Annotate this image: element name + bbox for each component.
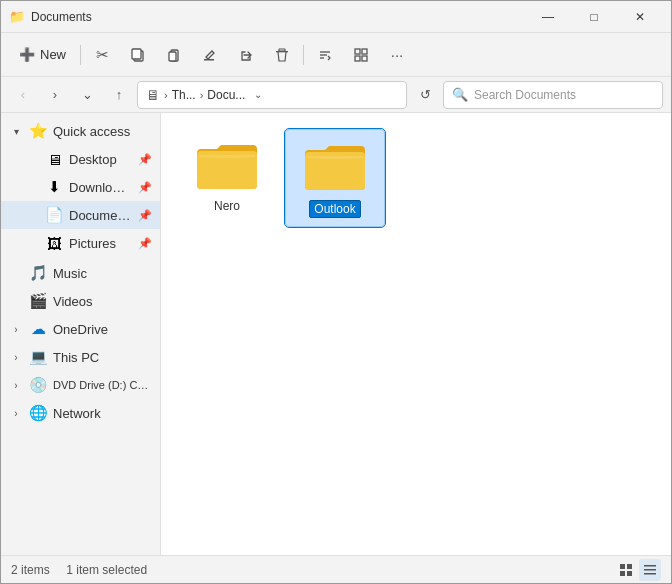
sidebar-item-downloads[interactable]: ⬇ Downloads 📌 <box>1 173 160 201</box>
videos-icon: 🎬 <box>29 292 47 310</box>
new-label: New <box>40 47 66 62</box>
search-placeholder: Search Documents <box>474 88 576 102</box>
grid-view-button[interactable] <box>615 559 637 581</box>
window-controls: — □ ✕ <box>525 1 663 33</box>
pin-icon-desktop: 📌 <box>138 153 152 166</box>
item-count: 2 items <box>11 563 50 577</box>
toolbar-separator-2 <box>303 45 304 65</box>
toolbar: ➕ New ✂ ··· <box>1 33 671 77</box>
list-view-button[interactable] <box>639 559 661 581</box>
svg-rect-10 <box>355 49 360 54</box>
recent-button[interactable]: ⌄ <box>73 81 101 109</box>
close-button[interactable]: ✕ <box>617 1 663 33</box>
paste-button[interactable] <box>157 38 191 72</box>
documents-icon: 📄 <box>45 206 63 224</box>
desktop-icon: 🖥 <box>45 150 63 168</box>
search-box[interactable]: 🔍 Search Documents <box>443 81 663 109</box>
sidebar-item-network[interactable]: › 🌐 Network <box>1 399 160 427</box>
back-button[interactable]: ‹ <box>9 81 37 109</box>
svg-rect-1 <box>132 49 141 59</box>
onedrive-label: OneDrive <box>53 322 152 337</box>
svg-rect-18 <box>644 565 656 567</box>
pin-icon-pictures: 📌 <box>138 237 152 250</box>
expand-icon: ▾ <box>9 126 23 137</box>
cut-button[interactable]: ✂ <box>85 38 119 72</box>
pictures-label: Pictures <box>69 236 132 251</box>
up-button[interactable]: ↑ <box>105 81 133 109</box>
svg-rect-19 <box>644 569 656 571</box>
path-icon: 🖥 <box>146 87 160 103</box>
item-selected: 1 item selected <box>66 563 147 577</box>
svg-rect-20 <box>644 573 656 575</box>
copy-button[interactable] <box>121 38 155 72</box>
expand-arrow-dvd: › <box>9 380 23 391</box>
svg-rect-15 <box>627 564 632 569</box>
folder-nero[interactable]: Nero <box>177 129 277 227</box>
folder-nero-label: Nero <box>214 199 240 213</box>
sidebar-item-videos[interactable]: 🎬 Videos <box>1 287 160 315</box>
status-count: 2 items 1 item selected <box>11 563 607 577</box>
expand-arrow-thispc: › <box>9 352 23 363</box>
window-title: Documents <box>31 10 525 24</box>
sidebar-item-dvd-drive[interactable]: › 💿 DVD Drive (D:) CPR▲ <box>1 371 160 399</box>
plus-icon: ➕ <box>19 47 35 62</box>
sidebar-item-quick-access[interactable]: ▾ ⭐ Quick access <box>1 117 160 145</box>
sidebar-item-music[interactable]: 🎵 Music <box>1 259 160 287</box>
expand-arrow-network: › <box>9 408 23 419</box>
music-label: Music <box>53 266 152 281</box>
dvd-drive-icon: 💿 <box>29 376 47 394</box>
share-button[interactable] <box>229 38 263 72</box>
onedrive-icon: ☁ <box>29 320 47 338</box>
maximize-button[interactable]: □ <box>571 1 617 33</box>
view-controls <box>615 559 661 581</box>
pin-icon-documents: 📌 <box>138 209 152 222</box>
sidebar: ▾ ⭐ Quick access 🖥 Desktop 📌 ⬇ Downloads… <box>1 113 161 555</box>
svg-rect-3 <box>169 52 176 61</box>
path-part-1: Th... <box>172 88 196 102</box>
this-pc-label: This PC <box>53 350 152 365</box>
more-button[interactable]: ··· <box>380 38 414 72</box>
view-button[interactable] <box>344 38 378 72</box>
ellipsis-icon: ··· <box>391 46 404 63</box>
minimize-button[interactable]: — <box>525 1 571 33</box>
new-button[interactable]: ➕ New <box>9 38 76 72</box>
svg-rect-12 <box>355 56 360 61</box>
videos-label: Videos <box>53 294 152 309</box>
expand-arrow-onedrive: › <box>9 324 23 335</box>
pin-icon-downloads: 📌 <box>138 181 152 194</box>
documents-label: Documents <box>69 208 132 223</box>
window-icon: 📁 <box>9 9 25 25</box>
sidebar-item-onedrive[interactable]: › ☁ OneDrive <box>1 315 160 343</box>
pictures-icon: 🖼 <box>45 234 63 252</box>
path-part-2: Docu... <box>207 88 245 102</box>
quick-access-section: ▾ ⭐ Quick access 🖥 Desktop 📌 ⬇ Downloads… <box>1 117 160 257</box>
folder-outlook-icon <box>303 138 367 194</box>
svg-rect-16 <box>620 571 625 576</box>
downloads-icon: ⬇ <box>45 178 63 196</box>
folder-nero-icon <box>195 137 259 193</box>
toolbar-separator-1 <box>80 45 81 65</box>
network-icon: 🌐 <box>29 404 47 422</box>
delete-button[interactable] <box>265 38 299 72</box>
address-bar: ‹ › ⌄ ↑ 🖥 › Th... › Docu... ⌄ ↺ 🔍 Search… <box>1 77 671 113</box>
sidebar-item-documents[interactable]: 📄 Documents 📌 <box>1 201 160 229</box>
path-sep-2: › <box>200 89 204 101</box>
svg-rect-14 <box>620 564 625 569</box>
title-bar: 📁 Documents — □ ✕ <box>1 1 671 33</box>
sidebar-item-this-pc[interactable]: › 💻 This PC <box>1 343 160 371</box>
main-layout: ▾ ⭐ Quick access 🖥 Desktop 📌 ⬇ Downloads… <box>1 113 671 555</box>
svg-rect-6 <box>279 49 285 51</box>
refresh-button[interactable]: ↺ <box>411 81 439 109</box>
svg-rect-4 <box>204 59 214 61</box>
desktop-label: Desktop <box>69 152 132 167</box>
downloads-label: Downloads <box>69 180 132 195</box>
forward-button[interactable]: › <box>41 81 69 109</box>
path-dropdown-icon: ⌄ <box>249 86 267 104</box>
sort-button[interactable] <box>308 38 342 72</box>
sidebar-item-pictures[interactable]: 🖼 Pictures 📌 <box>1 229 160 257</box>
rename-button[interactable] <box>193 38 227 72</box>
folder-outlook-label[interactable]: Outlook <box>309 200 360 218</box>
sidebar-item-desktop[interactable]: 🖥 Desktop 📌 <box>1 145 160 173</box>
address-path[interactable]: 🖥 › Th... › Docu... ⌄ <box>137 81 407 109</box>
folder-outlook[interactable]: Outlook <box>285 129 385 227</box>
